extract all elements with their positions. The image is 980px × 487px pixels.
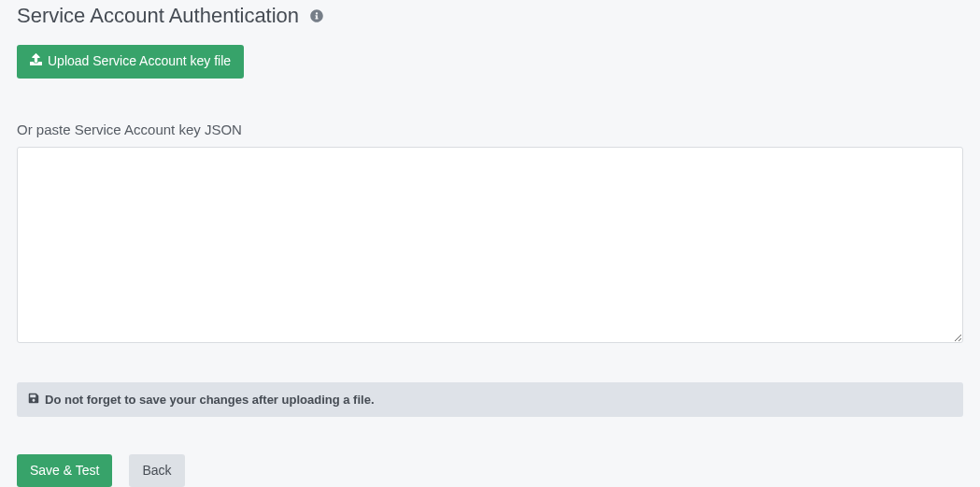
save-and-test-label: Save & Test bbox=[30, 462, 99, 480]
info-icon[interactable] bbox=[310, 9, 323, 22]
back-button[interactable]: Back bbox=[129, 454, 184, 487]
save-reminder-notice: Do not forget to save your changes after… bbox=[17, 382, 963, 417]
upload-button-label: Upload Service Account key file bbox=[48, 52, 231, 71]
save-icon bbox=[28, 393, 39, 407]
section-title-text: Service Account Authentication bbox=[17, 4, 299, 28]
upload-icon bbox=[30, 52, 42, 71]
back-label: Back bbox=[142, 462, 171, 480]
section-title: Service Account Authentication bbox=[17, 4, 963, 28]
save-and-test-button[interactable]: Save & Test bbox=[17, 454, 112, 487]
action-button-row: Save & Test Back bbox=[17, 454, 963, 487]
save-reminder-text: Do not forget to save your changes after… bbox=[45, 393, 375, 407]
service-account-json-textarea[interactable] bbox=[17, 147, 963, 343]
paste-json-label: Or paste Service Account key JSON bbox=[17, 122, 963, 137]
upload-key-file-button[interactable]: Upload Service Account key file bbox=[17, 45, 244, 79]
